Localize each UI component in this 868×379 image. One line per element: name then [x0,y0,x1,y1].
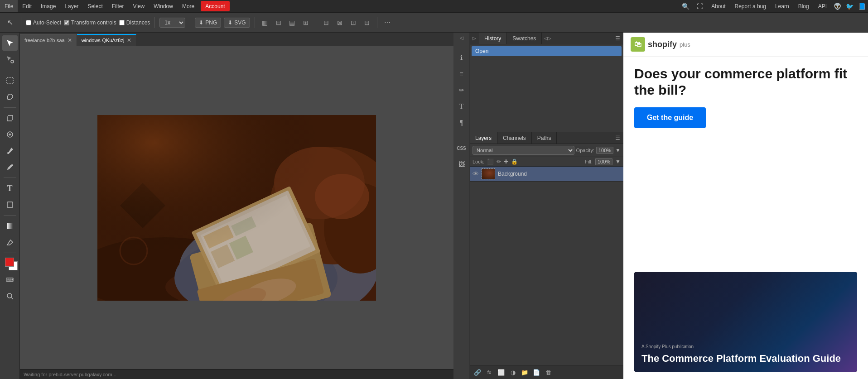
zoom-select[interactable]: 1x2x0.5x [159,18,185,28]
lock-all-icon[interactable]: 🔒 [511,158,518,165]
layers-panel-menu-btn[interactable]: ☰ [612,132,623,144]
brush-settings-icon[interactable]: ✏ [455,84,468,96]
menu-window[interactable]: Window [149,0,178,12]
menu-blog[interactable]: Blog [794,3,814,10]
new-layer-btn[interactable]: 📄 [531,367,541,377]
fill-arrow[interactable]: ▼ [615,158,621,165]
menu-image[interactable]: Image [36,0,60,12]
link-layers-btn[interactable]: 🔗 [473,367,482,377]
shopify-plus-text: plus [680,41,690,48]
menu-learn[interactable]: Learn [771,3,794,10]
svg-rect-1 [7,77,13,84]
lock-pixels-icon[interactable]: ⬛ [487,158,494,165]
fill-label: Fill: [585,159,593,164]
align-center-btn[interactable]: ⊟ [273,17,284,28]
lasso-tool[interactable] [2,89,18,105]
distribute-v-btn[interactable]: ⊟ [362,17,372,28]
fullscreen-icon[interactable]: ⛶ [693,3,707,10]
menu-api[interactable]: API [814,3,831,10]
menu-report-bug[interactable]: Report a bug [730,3,771,10]
align-mid-btn[interactable]: ⊠ [334,17,345,28]
layers-tab[interactable]: Layers [470,132,497,144]
ad-headline: Does your commerce platform fit the bill… [634,66,857,98]
layer-mask-btn[interactable]: ⬜ [496,367,506,377]
brush-tool[interactable] [2,143,18,158]
tab-windows[interactable]: windows-QKuAz8zj ✕ [77,34,137,46]
extra-align-btn[interactable]: ⋯ [382,17,393,28]
char-style-icon[interactable]: T [455,100,468,113]
tab-freelance-close[interactable]: ✕ [68,37,72,43]
move-tool-btn[interactable]: ↖ [4,16,16,29]
menu-account[interactable]: Account [201,1,229,11]
align-top-btn[interactable]: ⊟ [321,17,332,28]
image-icon[interactable]: 🖼 [455,158,468,171]
layer-item-background[interactable]: 👁 Background [470,167,623,182]
distribute-h-btn[interactable]: ⊞ [300,17,311,28]
marquee-tool[interactable] [2,73,18,88]
panel-expand-btn[interactable]: ◁▷ [542,33,554,44]
heal-tool[interactable] [2,127,18,142]
menu-filter[interactable]: Filter [107,0,129,12]
reddit-icon[interactable]: 👽 [831,3,844,10]
menu-layer[interactable]: Layer [60,0,83,12]
layer-visibility-icon[interactable]: 👁 [473,170,479,178]
gradient-tool[interactable] [2,218,18,234]
blend-mode-select[interactable]: Normal [473,146,574,155]
facebook-icon[interactable]: 📘 [856,3,868,10]
selection-tool[interactable] [2,35,18,51]
align-bottom-btn[interactable]: ⊡ [348,17,359,28]
css-icon[interactable]: CSS [455,142,468,154]
collapse-right-btn[interactable]: ▷ [470,36,479,41]
adjustment-layer-btn[interactable]: ◑ [508,367,518,377]
tool-sep-4 [4,215,16,216]
para-style-icon[interactable]: ¶ [455,116,468,129]
pen-tool[interactable] [2,159,18,175]
menu-edit[interactable]: Edit [18,0,36,12]
type-tool[interactable]: T [2,181,18,196]
align-right-btn[interactable]: ▤ [287,17,298,28]
export-png-btn[interactable]: ⬇ PNG [195,18,221,28]
twitter-icon[interactable]: 🐦 [844,3,856,10]
color-swatch[interactable] [2,256,18,271]
menu-about[interactable]: About [707,3,730,10]
menu-select[interactable]: Select [83,0,107,12]
tab-freelance[interactable]: freelance-b2b-saa ✕ [20,34,77,46]
zoom-tool[interactable] [2,288,18,304]
info-icon[interactable]: ℹ [455,51,468,64]
swatches-tab[interactable]: Swatches [507,33,542,44]
keyboard-shortcut-btn[interactable]: ⌨ [2,272,18,288]
canvas-viewport[interactable] [20,46,453,369]
align-left-btn[interactable]: ▥ [260,17,270,28]
search-icon[interactable]: 🔍 [678,3,693,10]
export-svg-btn[interactable]: ⬇ SVG [224,18,250,28]
menu-more[interactable]: More [178,0,199,12]
eraser-tool[interactable] [2,235,18,250]
delete-layer-btn[interactable]: 🗑 [543,367,553,377]
lock-position-icon[interactable]: ✏ [497,158,501,165]
history-panel-menu-btn[interactable]: ☰ [612,33,623,44]
foreground-color-swatch[interactable] [5,258,14,267]
auto-select-checkbox[interactable] [26,20,31,25]
collapse-left-btn[interactable]: ◁ [460,35,463,40]
export-svg-label: SVG [234,19,246,26]
tab-windows-close[interactable]: ✕ [127,37,131,43]
transform-controls-checkbox[interactable] [64,20,69,25]
menu-view[interactable]: View [128,0,149,12]
ad-guide-cover[interactable]: A Shopify Plus publication The Commerce … [634,272,857,372]
distances-checkbox[interactable] [119,20,125,25]
opacity-arrow[interactable]: ▼ [615,147,621,154]
menu-file[interactable]: File [0,0,18,12]
new-group-btn[interactable]: 📁 [520,367,530,377]
channels-tab[interactable]: Channels [497,132,532,144]
shape-tool[interactable] [2,197,18,212]
ad-cta-button[interactable]: Get the guide [634,107,706,128]
history-tab[interactable]: History [479,33,507,44]
lock-artboard-icon[interactable]: ✚ [504,158,508,165]
history-item-open[interactable]: Open [472,46,622,56]
crop-tool[interactable] [2,110,18,126]
properties-icon[interactable]: ≡ [455,67,468,80]
layer-effects-btn[interactable]: fx [484,367,494,377]
paths-tab[interactable]: Paths [532,132,557,144]
direct-selection-tool[interactable] [2,52,18,67]
opacity-value: 100% [596,147,613,154]
